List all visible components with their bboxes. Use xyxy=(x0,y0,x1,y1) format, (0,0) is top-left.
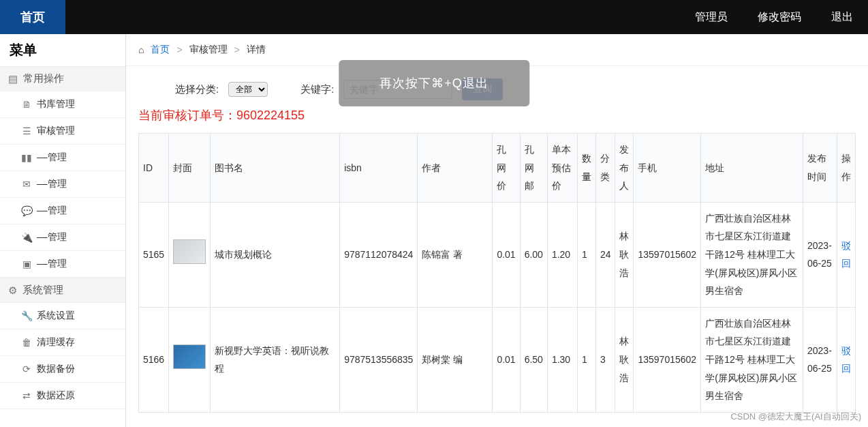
cell-est: 1.20 xyxy=(547,202,577,307)
cell-qty: 1 xyxy=(577,202,595,307)
cell-time: 2023-06-25 xyxy=(803,307,837,412)
th-op: 操作 xyxy=(837,134,856,203)
top-nav: 首页 管理员 修改密码 退出 xyxy=(0,0,868,34)
cell-title: 城市规划概论 xyxy=(211,202,340,307)
admin-link[interactable]: 管理员 xyxy=(680,0,743,34)
image-icon: ▣ xyxy=(22,259,31,269)
plug-icon: 🔌 xyxy=(22,232,31,243)
group-label: 系统管理 xyxy=(22,284,63,297)
cell-id: 5166 xyxy=(139,307,169,412)
cell-kprice: 0.01 xyxy=(493,202,520,307)
gear-icon: ⚙ xyxy=(8,284,17,297)
watermark: CSDN @德宏大魔王(AI自动回关) xyxy=(730,411,861,423)
reload-icon: ⟳ xyxy=(22,364,31,374)
cell-cat: 24 xyxy=(595,202,615,307)
change-password-link[interactable]: 修改密码 xyxy=(743,0,816,34)
cell-addr: 广西壮族自治区桂林市七星区东江街道建干路12号 桂林理工大学(屏风校区)屏风小区… xyxy=(701,202,803,307)
th-isbn: isbn xyxy=(340,134,418,203)
sidebar-item-backup[interactable]: ⟳数据备份 xyxy=(0,356,125,383)
sidebar-item-label: 数据还原 xyxy=(37,389,75,402)
sidebar-item-settings[interactable]: 🔧系统设置 xyxy=(0,303,125,329)
sidebar-item-label: ––管理 xyxy=(37,258,67,270)
sidebar-item-label: 清理缓存 xyxy=(37,336,75,349)
order-prefix: 当前审核订单号： xyxy=(138,108,236,122)
cell-cover xyxy=(169,202,211,307)
cell-kpost: 6.50 xyxy=(520,307,547,412)
logout-link[interactable]: 退出 xyxy=(816,0,868,34)
sidebar-item-manage-6[interactable]: 🔌––管理 xyxy=(0,224,125,251)
sidebar-item-book-store[interactable]: 🗎书库管理 xyxy=(0,91,125,118)
cell-author: 陈锦富 著 xyxy=(418,202,493,307)
sidebar-item-label: 书库管理 xyxy=(37,98,75,111)
cell-kprice: 0.01 xyxy=(493,307,520,412)
sidebar-item-manage-4[interactable]: ✉––管理 xyxy=(0,171,125,198)
cell-pub: 林耿浩 xyxy=(615,202,634,307)
th-kprice: 孔网价 xyxy=(493,134,520,203)
reject-link[interactable]: 驳回 xyxy=(841,345,851,374)
sidebar-item-review[interactable]: ☰审核管理 xyxy=(0,118,125,145)
breadcrumb-mid: 审核管理 xyxy=(189,44,228,56)
cell-op: 驳回 xyxy=(837,202,856,307)
cell-qty: 1 xyxy=(577,307,595,412)
home-tab[interactable]: 首页 xyxy=(0,0,65,34)
th-cover: 封面 xyxy=(169,134,211,203)
cell-isbn: 9787513556835 xyxy=(340,307,418,412)
sidebar: 菜单 ▤ 常用操作 🗎书库管理 ☰审核管理 ▮▮––管理 ✉––管理 💬––管理… xyxy=(0,34,126,427)
breadcrumb-last: 详情 xyxy=(247,44,266,56)
cell-title: 新视野大学英语：视听说教程 xyxy=(211,307,340,412)
cover-thumbnail xyxy=(173,344,206,369)
th-est: 单本预估价 xyxy=(547,134,577,203)
cell-id: 5165 xyxy=(139,202,169,307)
cell-author: 郑树棠 编 xyxy=(418,307,493,412)
th-time: 发布时间 xyxy=(803,134,837,203)
sidebar-group-common[interactable]: ▤ 常用操作 xyxy=(0,66,125,91)
keyword-label: 关键字: xyxy=(300,83,334,96)
sidebar-item-manage-5[interactable]: 💬––管理 xyxy=(0,198,125,224)
cell-cat: 3 xyxy=(595,307,615,412)
breadcrumb-home[interactable]: 首页 xyxy=(151,44,170,56)
cell-est: 1.30 xyxy=(547,307,577,412)
category-select[interactable]: 全部 xyxy=(228,82,268,97)
menu-title: 菜单 xyxy=(0,34,125,66)
chat-icon: 💬 xyxy=(22,205,31,216)
th-author: 作者 xyxy=(418,134,493,203)
cell-kpost: 6.00 xyxy=(520,202,547,307)
sidebar-item-label: ––管理 xyxy=(37,178,67,190)
sidebar-item-label: ––管理 xyxy=(37,151,67,164)
cell-time: 2023-06-25 xyxy=(803,202,837,307)
spacer xyxy=(65,0,680,34)
sidebar-item-label: 审核管理 xyxy=(37,125,75,137)
sidebar-item-manage-3[interactable]: ▮▮––管理 xyxy=(0,145,125,171)
th-id: ID xyxy=(139,134,169,203)
table-row: 5166 新视野大学英语：视听说教程 9787513556835 郑树棠 编 0… xyxy=(139,307,856,412)
list-icon: ☰ xyxy=(22,126,31,136)
sidebar-item-label: 数据备份 xyxy=(37,363,75,375)
sidebar-item-restore[interactable]: ⇄数据还原 xyxy=(0,383,125,409)
th-pub: 发布人 xyxy=(615,134,634,203)
sidebar-item-label: 系统设置 xyxy=(37,310,75,322)
table-header-row: ID 封面 图书名 isbn 作者 孔网价 孔网邮 单本预估价 数量 分类 发布… xyxy=(139,134,856,203)
cell-phone: 13597015602 xyxy=(634,307,701,412)
order-number: 9602224155 xyxy=(236,108,305,122)
system-toast: 再次按下⌘+Q退出 xyxy=(339,60,529,106)
sidebar-item-manage-7[interactable]: ▣––管理 xyxy=(0,251,125,278)
chevron-right-icon: > xyxy=(176,44,182,55)
reject-link[interactable]: 驳回 xyxy=(841,240,851,269)
cell-addr: 广西壮族自治区桂林市七星区东江街道建干路12号 桂林理工大学(屏风校区)屏风小区… xyxy=(701,307,803,412)
table-row: 5165 城市规划概论 9787112078424 陈锦富 著 0.01 6.0… xyxy=(139,202,856,307)
cell-phone: 13597015602 xyxy=(634,202,701,307)
category-label: 选择分类: xyxy=(175,83,219,96)
sidebar-item-clear-cache[interactable]: 🗑清理缓存 xyxy=(0,329,125,356)
wrench-icon: 🔧 xyxy=(22,310,31,321)
cell-pub: 林耿浩 xyxy=(615,307,634,412)
group-label: 常用操作 xyxy=(23,72,64,85)
th-qty: 数量 xyxy=(577,134,595,203)
th-title: 图书名 xyxy=(211,134,340,203)
home-icon: ⌂ xyxy=(138,44,144,55)
cell-cover xyxy=(169,307,211,412)
swap-icon: ⇄ xyxy=(22,390,31,401)
books-icon: ▮▮ xyxy=(22,152,31,163)
order-number-line: 当前审核订单号：9602224155 xyxy=(126,104,868,133)
cell-op: 驳回 xyxy=(837,307,856,412)
sidebar-group-system[interactable]: ⚙ 系统管理 xyxy=(0,278,125,303)
